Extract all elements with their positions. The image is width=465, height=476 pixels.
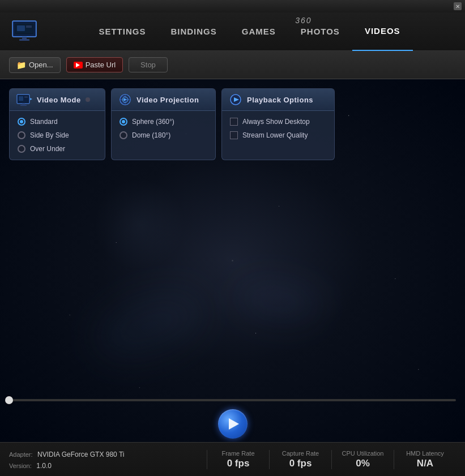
adapter-value: NVIDIA GeForce GTX 980 Ti xyxy=(37,451,124,458)
radio-sphere-label: Sphere (360°) xyxy=(132,118,174,126)
seek-bar[interactable] xyxy=(9,399,456,401)
toolbar: 📁 Open... Paste Url Stop xyxy=(0,51,465,79)
status-left: Adapter: NVIDIA GeForce GTX 980 Ti Versi… xyxy=(9,449,207,470)
video-projection-panel: Video Projection Sphere (360°) Dome (180… xyxy=(111,88,216,160)
nav-bar: 360 SETTINGS BINDINGS GAMES PHOTOS VIDEO… xyxy=(0,12,465,51)
checkbox-showdesktop-label: Always Show Desktop xyxy=(242,118,310,126)
radio-overunder-circle xyxy=(18,145,25,153)
panel-dot xyxy=(86,97,90,102)
cpu-label: CPU Utilization xyxy=(341,450,385,457)
hmd-label: HMD Latency xyxy=(403,450,447,457)
video-mode-header: Video Mode xyxy=(10,89,105,111)
radio-sidebyside-circle xyxy=(18,131,25,139)
nav-items: SETTINGS BINDINGS GAMES PHOTOS VIDEOS xyxy=(86,12,412,51)
svg-marker-16 xyxy=(30,98,32,100)
video-projection-icon xyxy=(118,93,132,106)
app-logo xyxy=(10,18,39,46)
video-mode-body: Standard Side By Side Over Under xyxy=(10,111,105,160)
video-projection-title: Video Projection xyxy=(136,96,199,104)
nav-bindings[interactable]: BINDINGS xyxy=(158,12,229,51)
radio-overunder[interactable]: Over Under xyxy=(18,145,97,153)
nav-videos[interactable]: VIDEOS xyxy=(352,12,413,51)
video-projection-header: Video Projection xyxy=(112,89,215,111)
youtube-icon xyxy=(74,62,83,68)
main-content: Video Mode Standard Side By Side Over Un… xyxy=(0,79,465,442)
playback-controls xyxy=(9,406,456,442)
version-value: 1.0.0 xyxy=(36,462,52,470)
radio-dome[interactable]: Dome (180°) xyxy=(120,131,207,139)
version-row: Version: 1.0.0 xyxy=(9,460,207,470)
video-mode-icon xyxy=(16,93,32,106)
open-button[interactable]: 📁 Open... xyxy=(9,57,61,73)
stat-capturerate: Capture Rate 0 fps xyxy=(269,450,331,469)
playback-bar-container xyxy=(0,394,465,442)
version-label: Version: xyxy=(9,462,32,469)
cpu-value: 0% xyxy=(341,458,385,469)
radio-standard-label: Standard xyxy=(30,118,58,126)
play-button[interactable] xyxy=(218,409,248,439)
video-mode-panel: Video Mode Standard Side By Side Over Un… xyxy=(9,88,105,160)
video-mode-title: Video Mode xyxy=(37,96,81,104)
svg-rect-8 xyxy=(19,39,29,41)
radio-sidebyside-label: Side By Side xyxy=(30,131,69,139)
checkbox-showdesktop[interactable]: Always Show Desktop xyxy=(230,118,326,126)
title-bar: ✕ xyxy=(0,0,465,12)
checkbox-showdesktop-box xyxy=(230,118,238,126)
status-bar: Adapter: NVIDIA GeForce GTX 980 Ti Versi… xyxy=(0,442,465,476)
svg-rect-5 xyxy=(17,25,25,31)
svg-rect-13 xyxy=(24,96,28,98)
hmd-value: N/A xyxy=(403,458,447,469)
radio-overunder-label: Over Under xyxy=(30,145,65,153)
stop-button[interactable]: Stop xyxy=(129,57,168,72)
paste-url-button[interactable]: Paste Url xyxy=(66,57,123,72)
monitor-icon xyxy=(10,18,39,46)
badge-360: 360 xyxy=(295,16,312,25)
panels-row: Video Mode Standard Side By Side Over Un… xyxy=(9,88,456,160)
seek-thumb[interactable] xyxy=(5,396,13,404)
checkbox-lowerquality-box xyxy=(230,131,238,139)
stat-framerate: Frame Rate 0 fps xyxy=(207,450,269,469)
checkbox-lowerquality-label: Stream Lower Quality xyxy=(242,131,308,139)
playback-options-icon xyxy=(229,93,242,106)
capturerate-value: 0 fps xyxy=(279,458,322,469)
folder-icon: 📁 xyxy=(16,61,26,70)
nav-settings[interactable]: SETTINGS xyxy=(86,12,158,51)
svg-rect-6 xyxy=(26,25,32,28)
playback-options-body: Always Show Desktop Stream Lower Quality xyxy=(222,111,334,146)
radio-standard[interactable]: Standard xyxy=(18,118,97,126)
checkbox-lowerquality[interactable]: Stream Lower Quality xyxy=(230,131,326,139)
radio-standard-circle xyxy=(18,118,25,126)
framerate-label: Frame Rate xyxy=(216,450,260,457)
adapter-row: Adapter: NVIDIA GeForce GTX 980 Ti xyxy=(9,449,207,459)
svg-rect-12 xyxy=(19,96,23,101)
playback-options-title: Playback Options xyxy=(247,96,313,104)
radio-dome-circle xyxy=(120,131,127,139)
stat-hmd: HMD Latency N/A xyxy=(394,450,456,469)
video-projection-body: Sphere (360°) Dome (180°) xyxy=(112,111,215,146)
svg-rect-15 xyxy=(20,105,27,106)
radio-dome-label: Dome (180°) xyxy=(132,131,170,139)
stat-cpu: CPU Utilization 0% xyxy=(331,450,394,469)
radio-sphere-circle xyxy=(120,118,127,126)
playback-options-header: Playback Options xyxy=(222,89,334,111)
framerate-value: 0 fps xyxy=(216,458,260,469)
nav-games[interactable]: GAMES xyxy=(229,12,288,51)
adapter-label: Adapter: xyxy=(9,451,33,458)
radio-sphere[interactable]: Sphere (360°) xyxy=(120,118,207,126)
capturerate-label: Capture Rate xyxy=(279,450,322,457)
close-button[interactable]: ✕ xyxy=(454,2,462,10)
radio-sidebyside[interactable]: Side By Side xyxy=(18,131,97,139)
seek-bar-wrapper xyxy=(9,394,456,406)
playback-options-panel: Playback Options Always Show Desktop Str… xyxy=(221,88,335,160)
play-icon xyxy=(229,418,239,430)
